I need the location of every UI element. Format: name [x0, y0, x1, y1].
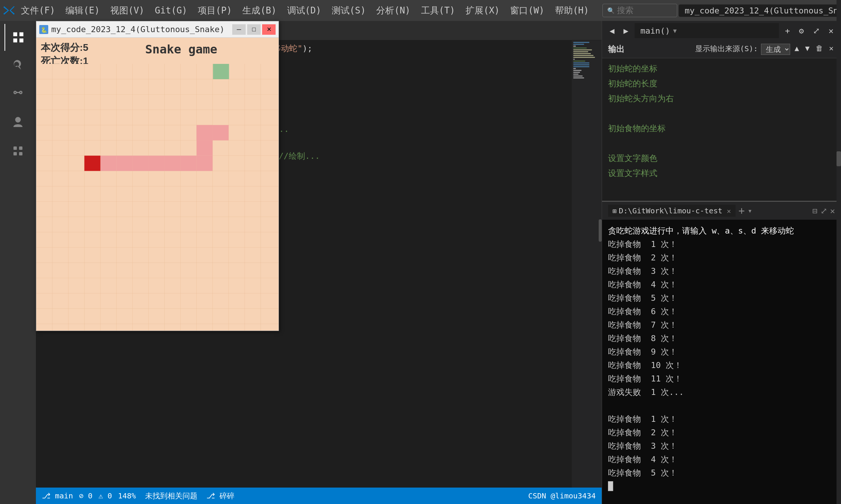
- svg-rect-0: [13, 146, 17, 150]
- terminal-line-r5: 吃掉食物 5 次！: [608, 466, 835, 480]
- snake-close-button[interactable]: ✕: [262, 24, 276, 35]
- menu-tools[interactable]: 工具(T): [417, 3, 460, 18]
- toolbar-right-arrow[interactable]: ▶: [620, 25, 631, 37]
- activity-explorer[interactable]: [4, 24, 31, 51]
- search-input[interactable]: [617, 6, 673, 15]
- terminal-line-8: 吃掉食物 8 次！: [608, 332, 835, 345]
- comment-line-5: 初始食物的坐标: [608, 121, 835, 136]
- terminal-tab-close[interactable]: ✕: [727, 207, 731, 215]
- svg-rect-6: [36, 64, 279, 331]
- terminal-header: ⊞ D:\GitWork\limou-c-test ✕ + ▾ ⊟ ⤢ ✕: [602, 202, 841, 220]
- output-scrollbar[interactable]: [837, 58, 841, 201]
- menu-build[interactable]: 生成(B): [238, 3, 281, 18]
- activity-search[interactable]: [4, 52, 31, 79]
- comment-line-3: 初始蛇头方向为右: [608, 91, 835, 106]
- terminal-line-fail: 游戏失败 1 次...: [608, 386, 835, 399]
- output-source-select[interactable]: 生成: [761, 44, 790, 55]
- menu-project[interactable]: 项目(P): [193, 3, 236, 18]
- comment-line-1: 初始蛇的坐标: [608, 61, 835, 76]
- menu-extend[interactable]: 扩展(X): [461, 3, 504, 18]
- terminal-line-9: 吃掉食物 9 次！: [608, 345, 835, 359]
- output-scroll-down[interactable]: ▼: [804, 44, 811, 55]
- main-tab-label: main(): [641, 26, 670, 35]
- game-title: Snake game: [88, 41, 274, 56]
- terminal-line-r1: 吃掉食物 1 次！: [608, 412, 835, 426]
- terminal-tab[interactable]: ⊞ D:\GitWork\limou-c-test ✕: [608, 205, 736, 217]
- menu-debug[interactable]: 调试(D): [283, 3, 326, 18]
- output-scroll-up[interactable]: ▲: [793, 44, 801, 55]
- output-close[interactable]: ✕: [828, 44, 835, 55]
- minimap-scroll-thumb[interactable]: [599, 219, 602, 242]
- terminal-line-1: 吃掉食物 1 次！: [608, 238, 835, 251]
- output-source-label: 显示输出来源(S):: [695, 44, 758, 55]
- output-header: 输出 显示输出来源(S): 生成 ▲ ▼ 🗑 ✕: [602, 40, 841, 58]
- toolbar-add[interactable]: +: [782, 25, 793, 37]
- terminal-split[interactable]: ⊟: [813, 206, 817, 216]
- menu-analyze[interactable]: 分析(N): [372, 3, 415, 18]
- menu-test[interactable]: 测试(S): [327, 3, 370, 18]
- activity-extensions[interactable]: [4, 137, 31, 164]
- terminal-line-empty: [608, 399, 835, 412]
- menu-window[interactable]: 窗口(W): [506, 3, 549, 18]
- svg-rect-45: [197, 140, 213, 156]
- menu-edit[interactable]: 编辑(E): [61, 3, 104, 18]
- svg-rect-2: [13, 152, 17, 155]
- toolbar-left-arrow[interactable]: ◀: [607, 25, 617, 37]
- output-controls: 显示输出来源(S): 生成 ▲ ▼ 🗑 ✕: [695, 44, 835, 55]
- minimap: [572, 40, 602, 488]
- comment-line-2: 初始蛇的长度: [608, 76, 835, 91]
- terminal-add-button[interactable]: +: [739, 205, 745, 217]
- main-tab[interactable]: main() ▼: [635, 23, 779, 38]
- toolbar-expand[interactable]: ⤢: [810, 25, 823, 37]
- vscode-icon: [3, 3, 15, 18]
- terminal-line-0: 贪吃蛇游戏进行中，请输入 w、a、s、d 来移动蛇: [608, 224, 835, 238]
- output-comments: 初始蛇的坐标 初始蛇的长度 初始蛇头方向为右 初始食物的坐标 设置文字颜色 设置…: [608, 61, 835, 181]
- svg-rect-41: [148, 156, 165, 171]
- game-grid-svg: [36, 64, 279, 331]
- svg-rect-48: [213, 125, 229, 140]
- status-zoom[interactable]: 148%: [118, 491, 136, 500]
- comment-line-4: [608, 106, 835, 121]
- status-git-icon: ⎇ 碎碎: [206, 491, 234, 501]
- menu-view[interactable]: 视图(V): [106, 3, 149, 18]
- svg-rect-43: [181, 156, 197, 171]
- terminal-close-all[interactable]: ✕: [830, 206, 835, 216]
- activity-debug[interactable]: [4, 109, 31, 136]
- svg-rect-39: [116, 156, 132, 171]
- terminal-line-2: 吃掉食物 2 次！: [608, 251, 835, 265]
- terminal-line-7: 吃掉食物 7 次！: [608, 318, 835, 332]
- output-clear[interactable]: 🗑: [814, 44, 825, 55]
- terminal-content[interactable]: 贪吃蛇游戏进行中，请输入 w、a、s、d 来移动蛇 吃掉食物 1 次！ 吃掉食物…: [602, 220, 841, 504]
- score-label: 本次得分:: [41, 42, 83, 53]
- menu-git[interactable]: Git(G): [150, 4, 192, 17]
- terminal-cursor: █: [608, 480, 835, 493]
- terminal-dropdown[interactable]: ▾: [748, 206, 752, 215]
- terminal-tab-label: D:\GitWork\limou-c-test: [619, 206, 722, 215]
- status-no-problems: 未找到相关问题: [145, 491, 197, 501]
- terminal-controls: ⊟ ⤢ ✕: [813, 206, 835, 216]
- svg-rect-44: [197, 156, 213, 171]
- terminal-line-5: 吃掉食物 5 次！: [608, 291, 835, 305]
- search-box[interactable]: 🔍: [602, 4, 677, 17]
- main-tab-dropdown[interactable]: ▼: [673, 27, 677, 34]
- terminal-icon: ⊞: [613, 207, 617, 215]
- menu-file[interactable]: 文件(F): [16, 3, 59, 18]
- svg-rect-47: [197, 125, 213, 140]
- terminal-line-r2: 吃掉食物 2 次！: [608, 426, 835, 439]
- snake-minimize-button[interactable]: ─: [232, 24, 246, 35]
- comment-line-6: [608, 136, 835, 151]
- snake-maximize-button[interactable]: □: [247, 24, 261, 35]
- toolbar-settings[interactable]: ⚙: [796, 25, 807, 37]
- terminal-panel: ⊞ D:\GitWork\limou-c-test ✕ + ▾ ⊟ ⤢ ✕ 贪吃…: [602, 201, 841, 504]
- toolbar-close[interactable]: ✕: [826, 25, 837, 37]
- menu-help[interactable]: 帮助(H): [550, 3, 593, 18]
- menubar: 文件(F) 编辑(E) 视图(V) Git(G) 项目(P) 生成(B) 调试(…: [0, 0, 841, 21]
- output-panel: 输出 显示输出来源(S): 生成 ▲ ▼ 🗑 ✕ 初始蛇的坐标 初始蛇的长度: [602, 40, 841, 201]
- output-scrollbar-thumb[interactable]: [837, 151, 841, 166]
- output-content: 初始蛇的坐标 初始蛇的长度 初始蛇头方向为右 初始食物的坐标 设置文字颜色 设置…: [602, 58, 841, 201]
- terminal-maximize[interactable]: ⤢: [820, 206, 827, 216]
- activity-source-control[interactable]: [4, 81, 31, 108]
- minimap-content: [572, 40, 602, 81]
- search-icon: 🔍: [607, 7, 615, 14]
- terminal-line-4: 吃掉食物 4 次！: [608, 278, 835, 291]
